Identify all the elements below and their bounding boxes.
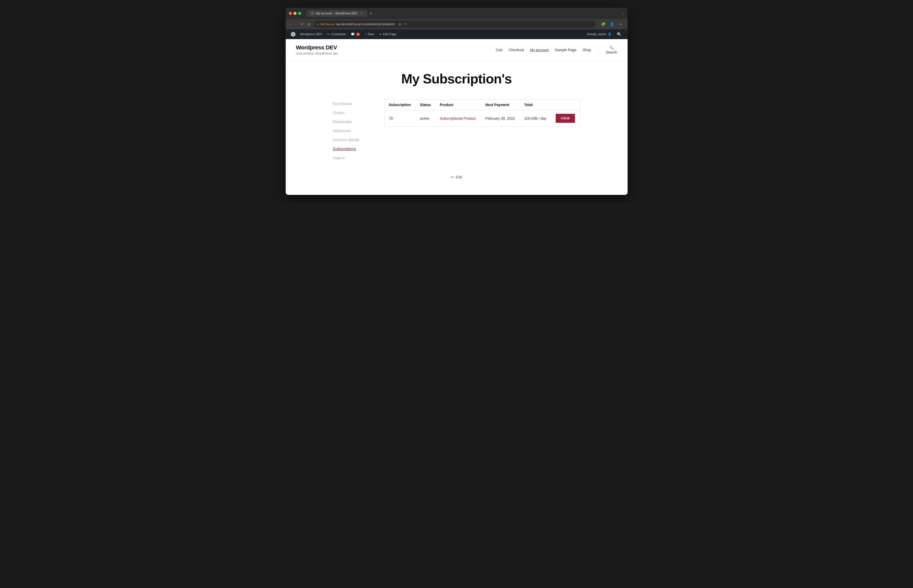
- comments-icon: 💬: [351, 32, 355, 36]
- site-title[interactable]: Wordpress DEV: [296, 44, 338, 51]
- page-title: My Subscription's: [333, 71, 580, 87]
- forward-button[interactable]: ›: [294, 21, 297, 27]
- wp-admin-bar: Wordpress DEV ✏ Customize 💬 0 + New ✏ Ed…: [286, 29, 628, 39]
- account-main: Subscription Status Product Next Payment…: [384, 99, 580, 165]
- comments-badge: 0: [356, 33, 360, 36]
- customize-icon: ✏: [327, 32, 330, 36]
- col-total: Total: [520, 100, 552, 110]
- tab-close-icon[interactable]: ✕: [359, 11, 363, 15]
- url-actions: ⊞ 🛡: [398, 23, 407, 26]
- col-product: Product: [435, 100, 481, 110]
- shield-icon[interactable]: 🛡: [403, 23, 407, 26]
- tab-favicon: [311, 11, 314, 15]
- extensions-button[interactable]: 🧩: [600, 21, 607, 28]
- wp-search-icon[interactable]: 🔍: [614, 32, 625, 37]
- wp-site-name-label: Wordpress DEV: [300, 32, 322, 36]
- cell-next-payment: February 28, 2022: [481, 110, 520, 127]
- traffic-lights: [289, 12, 301, 15]
- nav-divider: [598, 47, 599, 53]
- wp-howdy-item[interactable]: Howdy, admin 👤: [584, 29, 614, 39]
- new-label: + New: [365, 32, 374, 36]
- nav-my-account[interactable]: My account: [530, 48, 549, 52]
- sidebar-logout[interactable]: Logout: [333, 155, 374, 160]
- sidebar-downloads[interactable]: Downloads: [333, 120, 374, 124]
- expand-icon: ⌄: [622, 11, 625, 15]
- new-tab-button[interactable]: +: [367, 11, 374, 16]
- nav-checkout[interactable]: Checkout: [509, 48, 524, 52]
- address-bar: ‹ › ↺ ⊘ ⚠ Not Secure wp-dev.test/my-acco…: [286, 19, 628, 29]
- wp-admin-right: Howdy, admin 👤 🔍: [584, 29, 624, 39]
- tab-bar: My account – WordPress DEV ✕ +: [306, 10, 620, 17]
- subscriptions-table: Subscription Status Product Next Payment…: [384, 99, 580, 127]
- admin-avatar-icon: 👤: [608, 32, 612, 36]
- minimize-button[interactable]: [293, 12, 296, 15]
- refresh-button[interactable]: ↺: [299, 21, 304, 27]
- profile-button[interactable]: 👤: [609, 21, 616, 28]
- view-button[interactable]: VIEW: [556, 114, 575, 123]
- page-content: My Subscription's Dashboard Orders Downl…: [328, 61, 585, 195]
- wp-site-name-item[interactable]: Wordpress DEV: [298, 29, 325, 39]
- col-status: Status: [416, 100, 435, 110]
- edit-page-label: Edit Page: [383, 32, 397, 36]
- not-secure-indicator: ⚠ Not Secure: [317, 23, 335, 26]
- site-search-button[interactable]: 🔍 Search: [605, 45, 617, 54]
- site-branding: Wordpress DEV Just another WordPress sit…: [296, 44, 338, 55]
- site-tagline: Just another WordPress site: [296, 52, 338, 55]
- title-bar: My account – WordPress DEV ✕ + ⌄: [286, 8, 628, 19]
- wp-logo-icon: [291, 32, 296, 37]
- back-button[interactable]: ‹: [289, 21, 292, 27]
- maximize-button[interactable]: [298, 12, 301, 15]
- product-link[interactable]: Subscriptional Product: [440, 116, 476, 121]
- search-label: Search: [605, 50, 617, 54]
- site-header: Wordpress DEV Just another WordPress sit…: [286, 39, 628, 61]
- tab-title: My account – WordPress DEV: [316, 11, 358, 15]
- not-secure-label: Not Secure: [321, 23, 335, 26]
- cell-product: Subscriptional Product: [435, 110, 481, 127]
- edit-page-text: Edit: [456, 175, 462, 179]
- howdy-text: Howdy, admin: [587, 32, 606, 36]
- col-next-payment: Next Payment: [481, 100, 520, 110]
- browser-window: My account – WordPress DEV ✕ + ⌄ ‹ › ↺ ⊘…: [286, 8, 628, 195]
- site-nav: Cart Checkout My account Sample Page Sho…: [496, 45, 617, 54]
- account-sidebar: Dashboard Orders Downloads Addresses Acc…: [333, 99, 374, 165]
- url-text: wp-dev.test/my-account/subscrpt-endpoint…: [336, 23, 395, 26]
- warning-icon: ⚠: [317, 23, 319, 26]
- wp-new-item[interactable]: + New: [363, 29, 377, 39]
- table-header-row: Subscription Status Product Next Payment…: [385, 100, 580, 110]
- sidebar-dashboard[interactable]: Dashboard: [333, 102, 374, 106]
- sidebar-account-details[interactable]: Account details: [333, 137, 374, 142]
- menu-button[interactable]: ≡: [617, 21, 625, 28]
- sidebar-orders[interactable]: Orders: [333, 110, 374, 115]
- account-layout: Dashboard Orders Downloads Addresses Acc…: [333, 99, 580, 165]
- table-row: 79 active Subscriptional Product Februar…: [385, 110, 580, 127]
- col-subscription: Subscription: [385, 100, 416, 110]
- wp-customize-item[interactable]: ✏ Customize: [325, 29, 348, 39]
- grid-icon[interactable]: ⊞: [398, 23, 401, 26]
- url-bar[interactable]: ⚠ Not Secure wp-dev.test/my-account/subs…: [314, 21, 596, 28]
- cell-status: active: [416, 110, 435, 127]
- cell-action: VIEW: [552, 110, 580, 127]
- wp-logo-item[interactable]: [289, 29, 298, 39]
- close-button[interactable]: [289, 12, 292, 15]
- wp-comments-item[interactable]: 💬 0: [348, 29, 363, 39]
- search-icon: 🔍: [609, 45, 614, 50]
- edit-page-link[interactable]: ✏ Edit: [451, 175, 462, 179]
- col-action: [552, 100, 580, 110]
- edit-icon: ✏: [379, 32, 382, 36]
- bookmark-button[interactable]: ⊘: [307, 21, 312, 27]
- customize-label: Customize: [331, 32, 346, 36]
- sidebar-addresses[interactable]: Addresses: [333, 128, 374, 133]
- site-content: Wordpress DEV Just another WordPress sit…: [286, 39, 628, 195]
- nav-cart[interactable]: Cart: [496, 48, 502, 52]
- edit-pencil-icon: ✏: [451, 175, 454, 179]
- browser-tab[interactable]: My account – WordPress DEV ✕: [306, 10, 367, 17]
- cell-subscription-id: 79: [385, 110, 416, 127]
- wp-edit-page-item[interactable]: ✏ Edit Page: [377, 29, 399, 39]
- nav-shop[interactable]: Shop: [583, 48, 591, 52]
- nav-sample-page[interactable]: Sample Page: [555, 48, 576, 52]
- edit-section: ✏ Edit: [333, 175, 580, 179]
- cell-total: 100.00ƀ / day: [520, 110, 552, 127]
- sidebar-subscriptions[interactable]: Subscriptions: [333, 147, 374, 151]
- browser-actions: 🧩 👤 ≡: [600, 21, 625, 28]
